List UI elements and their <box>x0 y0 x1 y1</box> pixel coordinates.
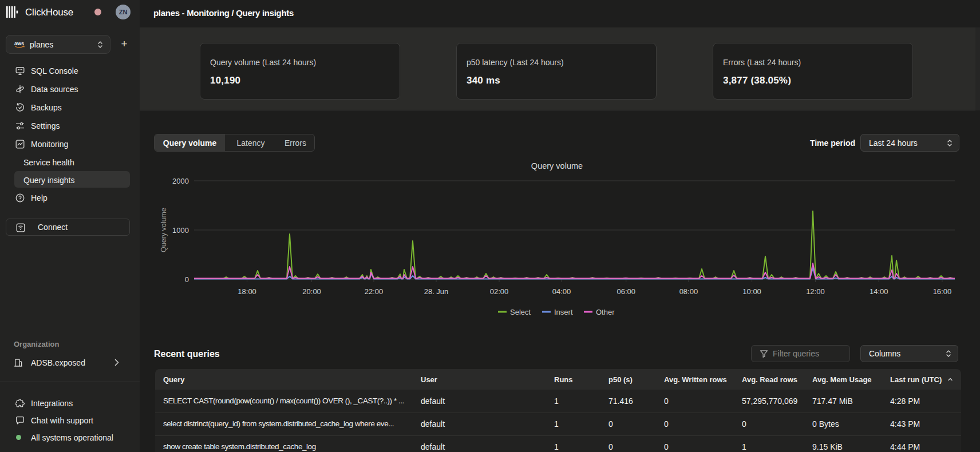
svg-text:Query volume: Query volume <box>160 208 168 252</box>
svg-text:14:00: 14:00 <box>870 287 888 296</box>
svg-text:16:00: 16:00 <box>933 287 952 296</box>
svg-text:10:00: 10:00 <box>742 287 761 296</box>
svg-text:Insert: Insert <box>554 308 573 316</box>
svg-text:20:00: 20:00 <box>302 287 321 296</box>
svg-text:Other: Other <box>596 308 615 316</box>
svg-text:28. Jun: 28. Jun <box>424 287 449 296</box>
svg-text:aws: aws <box>14 41 24 46</box>
svg-text:Select: Select <box>510 308 531 316</box>
svg-text:2000: 2000 <box>172 177 189 185</box>
svg-text:0: 0 <box>185 275 189 284</box>
svg-text:04:00: 04:00 <box>552 287 571 296</box>
svg-text:08:00: 08:00 <box>679 287 698 296</box>
svg-text:1000: 1000 <box>172 226 189 235</box>
svg-text:18:00: 18:00 <box>238 287 256 296</box>
svg-text:06:00: 06:00 <box>617 287 635 296</box>
svg-text:Query volume: Query volume <box>531 161 583 171</box>
svg-text:02:00: 02:00 <box>490 287 509 296</box>
svg-text:12:00: 12:00 <box>806 287 825 296</box>
svg-text:22:00: 22:00 <box>365 287 384 296</box>
